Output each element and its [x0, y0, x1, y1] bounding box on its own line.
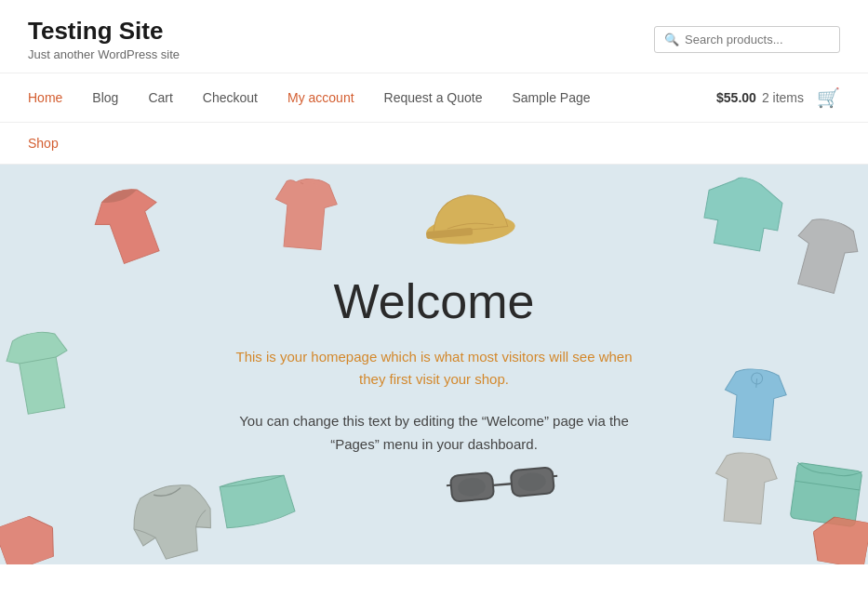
clothing-decoration-4 — [695, 171, 799, 260]
cart-info: $55.00 2 items 🛒 — [716, 86, 840, 109]
clothing-decoration-3 — [421, 184, 519, 257]
site-header: Testing Site Just another WordPress site… — [0, 0, 868, 73]
hero-body: You can change this text by editing the … — [230, 409, 639, 457]
hero-title: Welcome — [230, 273, 639, 329]
search-icon: 🔍 — [664, 33, 679, 46]
nav-sample-page[interactable]: Sample Page — [497, 73, 605, 122]
svg-line-6 — [493, 484, 512, 485]
cart-icon[interactable]: 🛒 — [817, 86, 840, 109]
cart-price: $55.00 — [716, 90, 756, 105]
nav-request-quote[interactable]: Request a Quote — [369, 73, 498, 122]
nav-links: Home Blog Cart Checkout My account Reque… — [28, 73, 716, 122]
hero-subtitle: This is your homepage which is what most… — [230, 346, 639, 391]
nav-home[interactable]: Home — [28, 73, 77, 122]
clothing-decoration-12 — [707, 450, 788, 531]
site-title: Testing Site — [28, 17, 180, 46]
main-nav: Home Blog Cart Checkout My account Reque… — [0, 73, 868, 123]
clothing-decoration-14 — [808, 513, 868, 564]
hero-section: Welcome This is your homepage which is w… — [0, 165, 868, 564]
nav-cart[interactable]: Cart — [133, 73, 187, 122]
nav-shop[interactable]: Shop — [28, 123, 59, 164]
nav-blog[interactable]: Blog — [77, 73, 133, 122]
clothing-decoration-2 — [267, 176, 348, 257]
search-input[interactable] — [685, 33, 830, 46]
search-box[interactable]: 🔍 — [654, 26, 840, 53]
nav-my-account[interactable]: My account — [273, 73, 369, 122]
site-branding: Testing Site Just another WordPress site — [28, 17, 180, 61]
clothing-decoration-1 — [81, 172, 188, 279]
clothing-decoration-11 — [209, 465, 303, 544]
clothing-decoration-13 — [0, 510, 62, 564]
clothing-decoration-9 — [716, 366, 797, 447]
hero-content: Welcome This is your homepage which is w… — [211, 255, 658, 475]
site-tagline: Just another WordPress site — [28, 47, 180, 61]
nav-checkout[interactable]: Checkout — [188, 73, 273, 122]
sub-nav: Shop — [0, 123, 868, 165]
clothing-decoration-5 — [781, 212, 868, 303]
clothing-decoration-6 — [0, 326, 86, 422]
cart-count: 2 items — [762, 90, 804, 105]
